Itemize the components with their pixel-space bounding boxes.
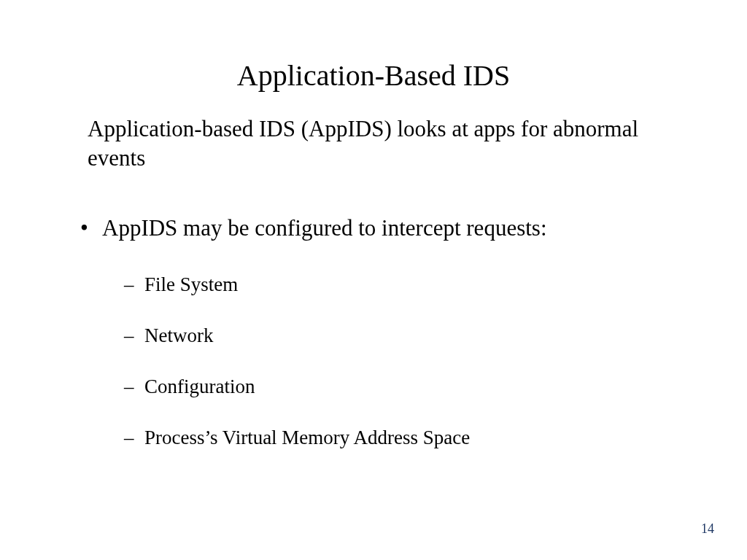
slide-container: Application-Based IDS Application-based … xyxy=(0,0,747,560)
sub-bullet-item: Configuration xyxy=(124,374,689,400)
slide-title: Application-Based IDS xyxy=(58,58,689,93)
sub-bullet-item: Process’s Virtual Memory Address Space xyxy=(124,425,689,451)
sub-bullet-item: File System xyxy=(124,272,689,298)
bullet-main: AppIDS may be configured to intercept re… xyxy=(80,214,689,243)
page-number: 14 xyxy=(701,521,714,537)
slide-intro-text: Application-based IDS (AppIDS) looks at … xyxy=(88,114,689,174)
sub-bullet-item: Network xyxy=(124,323,689,349)
